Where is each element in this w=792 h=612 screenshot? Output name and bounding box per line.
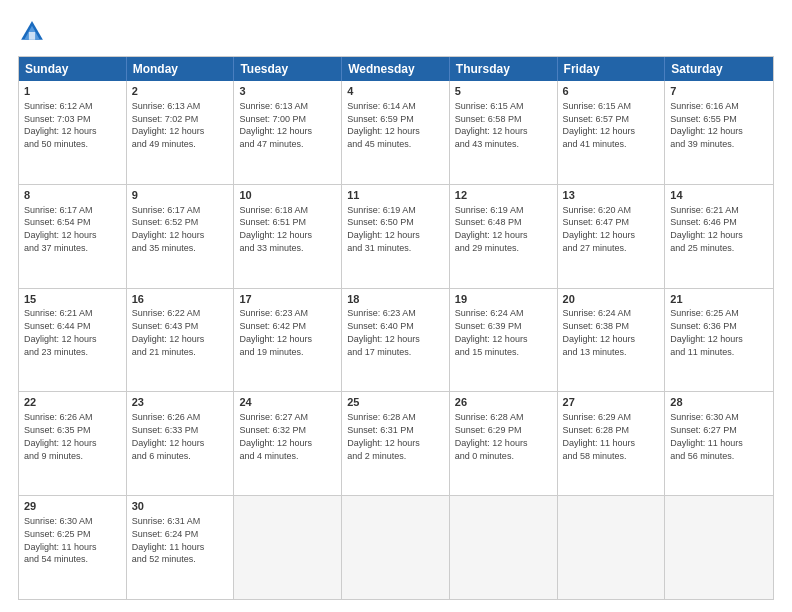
calendar-cell: 25Sunrise: 6:28 AM Sunset: 6:31 PM Dayli… <box>342 392 450 495</box>
calendar-row: 29Sunrise: 6:30 AM Sunset: 6:25 PM Dayli… <box>19 495 773 599</box>
weekday-header: Saturday <box>665 57 773 81</box>
calendar-cell: 7Sunrise: 6:16 AM Sunset: 6:55 PM Daylig… <box>665 81 773 184</box>
calendar-cell <box>234 496 342 599</box>
day-info: Sunrise: 6:15 AM Sunset: 6:57 PM Dayligh… <box>563 101 636 149</box>
day-number: 11 <box>347 188 444 203</box>
day-number: 16 <box>132 292 229 307</box>
day-number: 5 <box>455 84 552 99</box>
calendar-row: 8Sunrise: 6:17 AM Sunset: 6:54 PM Daylig… <box>19 184 773 288</box>
calendar-row: 15Sunrise: 6:21 AM Sunset: 6:44 PM Dayli… <box>19 288 773 392</box>
day-number: 30 <box>132 499 229 514</box>
calendar-cell: 12Sunrise: 6:19 AM Sunset: 6:48 PM Dayli… <box>450 185 558 288</box>
day-info: Sunrise: 6:20 AM Sunset: 6:47 PM Dayligh… <box>563 205 636 253</box>
day-info: Sunrise: 6:28 AM Sunset: 6:31 PM Dayligh… <box>347 412 420 460</box>
calendar-cell: 10Sunrise: 6:18 AM Sunset: 6:51 PM Dayli… <box>234 185 342 288</box>
day-info: Sunrise: 6:17 AM Sunset: 6:54 PM Dayligh… <box>24 205 97 253</box>
day-info: Sunrise: 6:24 AM Sunset: 6:38 PM Dayligh… <box>563 308 636 356</box>
day-number: 22 <box>24 395 121 410</box>
day-number: 8 <box>24 188 121 203</box>
calendar-cell: 13Sunrise: 6:20 AM Sunset: 6:47 PM Dayli… <box>558 185 666 288</box>
day-number: 24 <box>239 395 336 410</box>
calendar-cell: 27Sunrise: 6:29 AM Sunset: 6:28 PM Dayli… <box>558 392 666 495</box>
calendar-cell: 17Sunrise: 6:23 AM Sunset: 6:42 PM Dayli… <box>234 289 342 392</box>
calendar-cell: 28Sunrise: 6:30 AM Sunset: 6:27 PM Dayli… <box>665 392 773 495</box>
weekday-header: Tuesday <box>234 57 342 81</box>
day-info: Sunrise: 6:19 AM Sunset: 6:48 PM Dayligh… <box>455 205 528 253</box>
day-number: 20 <box>563 292 660 307</box>
day-info: Sunrise: 6:31 AM Sunset: 6:24 PM Dayligh… <box>132 516 205 564</box>
weekday-header: Thursday <box>450 57 558 81</box>
calendar-cell: 2Sunrise: 6:13 AM Sunset: 7:02 PM Daylig… <box>127 81 235 184</box>
day-number: 1 <box>24 84 121 99</box>
calendar-cell: 26Sunrise: 6:28 AM Sunset: 6:29 PM Dayli… <box>450 392 558 495</box>
day-number: 27 <box>563 395 660 410</box>
day-info: Sunrise: 6:17 AM Sunset: 6:52 PM Dayligh… <box>132 205 205 253</box>
calendar-row: 1Sunrise: 6:12 AM Sunset: 7:03 PM Daylig… <box>19 81 773 184</box>
calendar-cell: 11Sunrise: 6:19 AM Sunset: 6:50 PM Dayli… <box>342 185 450 288</box>
day-number: 21 <box>670 292 768 307</box>
day-number: 19 <box>455 292 552 307</box>
day-info: Sunrise: 6:26 AM Sunset: 6:35 PM Dayligh… <box>24 412 97 460</box>
day-number: 14 <box>670 188 768 203</box>
calendar-cell: 15Sunrise: 6:21 AM Sunset: 6:44 PM Dayli… <box>19 289 127 392</box>
day-number: 28 <box>670 395 768 410</box>
day-info: Sunrise: 6:23 AM Sunset: 6:40 PM Dayligh… <box>347 308 420 356</box>
calendar-cell: 18Sunrise: 6:23 AM Sunset: 6:40 PM Dayli… <box>342 289 450 392</box>
day-info: Sunrise: 6:27 AM Sunset: 6:32 PM Dayligh… <box>239 412 312 460</box>
calendar-cell: 22Sunrise: 6:26 AM Sunset: 6:35 PM Dayli… <box>19 392 127 495</box>
day-info: Sunrise: 6:29 AM Sunset: 6:28 PM Dayligh… <box>563 412 636 460</box>
weekday-header: Wednesday <box>342 57 450 81</box>
calendar-cell: 4Sunrise: 6:14 AM Sunset: 6:59 PM Daylig… <box>342 81 450 184</box>
calendar-cell: 5Sunrise: 6:15 AM Sunset: 6:58 PM Daylig… <box>450 81 558 184</box>
calendar-cell: 8Sunrise: 6:17 AM Sunset: 6:54 PM Daylig… <box>19 185 127 288</box>
day-number: 6 <box>563 84 660 99</box>
day-number: 25 <box>347 395 444 410</box>
calendar-row: 22Sunrise: 6:26 AM Sunset: 6:35 PM Dayli… <box>19 391 773 495</box>
header <box>18 18 774 46</box>
weekday-header: Monday <box>127 57 235 81</box>
day-number: 15 <box>24 292 121 307</box>
day-number: 23 <box>132 395 229 410</box>
day-info: Sunrise: 6:30 AM Sunset: 6:25 PM Dayligh… <box>24 516 97 564</box>
day-number: 4 <box>347 84 444 99</box>
calendar-cell: 29Sunrise: 6:30 AM Sunset: 6:25 PM Dayli… <box>19 496 127 599</box>
day-info: Sunrise: 6:21 AM Sunset: 6:44 PM Dayligh… <box>24 308 97 356</box>
day-info: Sunrise: 6:18 AM Sunset: 6:51 PM Dayligh… <box>239 205 312 253</box>
day-info: Sunrise: 6:21 AM Sunset: 6:46 PM Dayligh… <box>670 205 743 253</box>
page: SundayMondayTuesdayWednesdayThursdayFrid… <box>0 0 792 612</box>
calendar-cell: 16Sunrise: 6:22 AM Sunset: 6:43 PM Dayli… <box>127 289 235 392</box>
calendar-cell: 24Sunrise: 6:27 AM Sunset: 6:32 PM Dayli… <box>234 392 342 495</box>
calendar-cell: 9Sunrise: 6:17 AM Sunset: 6:52 PM Daylig… <box>127 185 235 288</box>
day-number: 9 <box>132 188 229 203</box>
calendar: SundayMondayTuesdayWednesdayThursdayFrid… <box>18 56 774 600</box>
calendar-cell: 14Sunrise: 6:21 AM Sunset: 6:46 PM Dayli… <box>665 185 773 288</box>
calendar-cell: 6Sunrise: 6:15 AM Sunset: 6:57 PM Daylig… <box>558 81 666 184</box>
day-info: Sunrise: 6:14 AM Sunset: 6:59 PM Dayligh… <box>347 101 420 149</box>
day-number: 2 <box>132 84 229 99</box>
day-number: 12 <box>455 188 552 203</box>
day-info: Sunrise: 6:16 AM Sunset: 6:55 PM Dayligh… <box>670 101 743 149</box>
calendar-cell <box>342 496 450 599</box>
day-info: Sunrise: 6:30 AM Sunset: 6:27 PM Dayligh… <box>670 412 743 460</box>
day-info: Sunrise: 6:23 AM Sunset: 6:42 PM Dayligh… <box>239 308 312 356</box>
day-number: 13 <box>563 188 660 203</box>
day-number: 10 <box>239 188 336 203</box>
weekday-header: Sunday <box>19 57 127 81</box>
calendar-cell <box>558 496 666 599</box>
calendar-cell: 3Sunrise: 6:13 AM Sunset: 7:00 PM Daylig… <box>234 81 342 184</box>
day-number: 29 <box>24 499 121 514</box>
day-info: Sunrise: 6:19 AM Sunset: 6:50 PM Dayligh… <box>347 205 420 253</box>
calendar-cell: 1Sunrise: 6:12 AM Sunset: 7:03 PM Daylig… <box>19 81 127 184</box>
logo-icon <box>18 18 46 46</box>
calendar-cell: 21Sunrise: 6:25 AM Sunset: 6:36 PM Dayli… <box>665 289 773 392</box>
calendar-cell <box>450 496 558 599</box>
day-number: 3 <box>239 84 336 99</box>
day-info: Sunrise: 6:28 AM Sunset: 6:29 PM Dayligh… <box>455 412 528 460</box>
calendar-cell: 23Sunrise: 6:26 AM Sunset: 6:33 PM Dayli… <box>127 392 235 495</box>
calendar-cell: 19Sunrise: 6:24 AM Sunset: 6:39 PM Dayli… <box>450 289 558 392</box>
calendar-header: SundayMondayTuesdayWednesdayThursdayFrid… <box>19 57 773 81</box>
day-info: Sunrise: 6:15 AM Sunset: 6:58 PM Dayligh… <box>455 101 528 149</box>
calendar-cell: 20Sunrise: 6:24 AM Sunset: 6:38 PM Dayli… <box>558 289 666 392</box>
day-info: Sunrise: 6:22 AM Sunset: 6:43 PM Dayligh… <box>132 308 205 356</box>
logo <box>18 18 50 46</box>
